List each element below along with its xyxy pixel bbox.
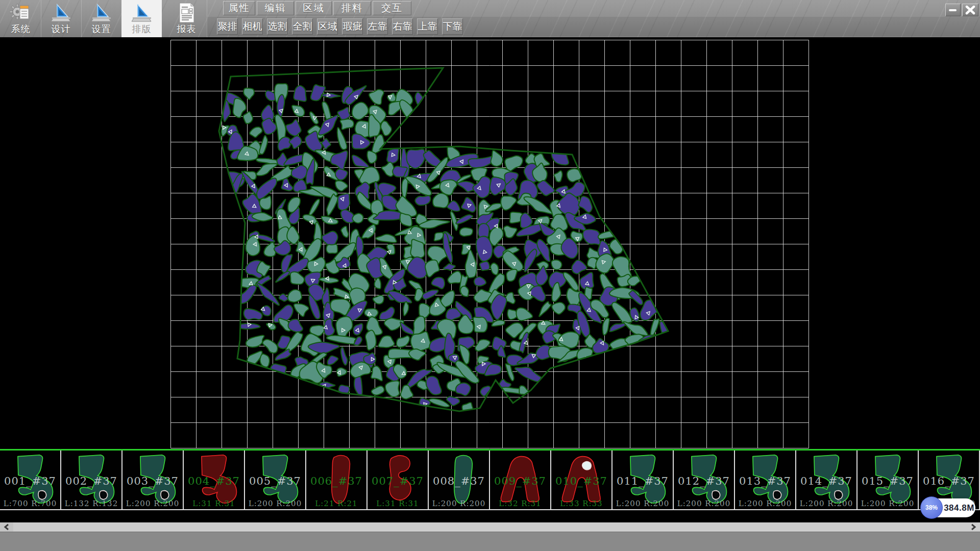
scroll-left-button[interactable]	[0, 522, 13, 532]
piece-thumbnail	[308, 452, 365, 508]
piece-thumbnail	[737, 452, 794, 508]
menu-region[interactable]: 区域	[296, 1, 332, 15]
ruler-icon	[131, 2, 153, 24]
menu-row2: 聚排相机选割全割区域瑕疵左靠右靠上靠下靠	[217, 18, 463, 35]
piece-thumbnail	[553, 452, 610, 508]
progress-percent: 38%	[925, 504, 938, 511]
toolbtn-align-bottom[interactable]: 下靠	[442, 18, 463, 35]
toolbtn-align-right[interactable]: 右靠	[392, 18, 413, 35]
toolbtn-camera[interactable]: 相机	[242, 18, 263, 35]
piece-thumbnail	[492, 452, 549, 508]
app-button-design[interactable]: 设计	[41, 0, 82, 37]
app-button-settings[interactable]: 设置	[81, 0, 122, 37]
toolbtn-area[interactable]: 区域	[317, 18, 338, 35]
progress-circle: 38%	[920, 496, 943, 519]
film-item-004_#37[interactable]: 004_#37L:31 R:31	[184, 450, 245, 510]
piece-thumbnail	[63, 452, 120, 508]
app-button-layout[interactable]: 排版	[121, 0, 162, 37]
film-item-001_#37[interactable]: 001_#37L:700 R:700	[0, 450, 61, 510]
piece-thumbnail	[860, 452, 917, 508]
ruler-icon	[50, 2, 72, 24]
close-button[interactable]	[962, 4, 978, 16]
piece-thumbnail	[431, 452, 488, 508]
footer-bar	[0, 532, 980, 551]
film-item-005_#37[interactable]: 005_#37L:200 R:200	[245, 450, 306, 510]
toolbtn-cut-selected[interactable]: 选割	[267, 18, 288, 35]
film-item-014_#37[interactable]: 014_#37L:200 R:200	[796, 450, 857, 510]
toolbtn-cluster-nest[interactable]: 聚排	[217, 18, 238, 35]
memory-value: 384.8M	[946, 498, 972, 517]
menu-interact[interactable]: 交互	[373, 1, 411, 15]
piece-thumbnail	[676, 452, 733, 508]
app-button-label: 报表	[166, 23, 207, 35]
chevron-right-icon	[970, 523, 976, 531]
status-pill[interactable]: 38% 384.8M	[922, 498, 975, 517]
close-icon	[965, 6, 976, 15]
film-item-012_#37[interactable]: 012_#37L:200 R:200	[674, 450, 735, 510]
horizontal-scrollbar[interactable]	[0, 522, 980, 532]
film-item-009_#37[interactable]: 009_#37L:32 R:31	[490, 450, 551, 510]
app-button-report[interactable]: 报表	[166, 0, 207, 37]
piece-thumbnail	[125, 452, 182, 508]
toolbtn-cut-all[interactable]: 全割	[292, 18, 313, 35]
film-item-015_#37[interactable]: 015_#37L:200 R:200	[857, 450, 919, 510]
film-item-013_#37[interactable]: 013_#37L:200 R:200	[735, 450, 796, 510]
report-icon	[176, 2, 198, 24]
app-button-label: 排版	[121, 23, 162, 35]
app-button-system[interactable]: 系统	[1, 0, 41, 37]
menu-properties[interactable]: 属性	[223, 1, 255, 15]
toolbtn-align-left[interactable]: 左靠	[367, 18, 388, 35]
app-button-label: 系统	[1, 23, 41, 35]
film-item-010_#37[interactable]: 010_#37L:33 R:33	[551, 450, 612, 510]
minimize-button[interactable]	[945, 4, 961, 16]
piece-thumbnail	[798, 452, 855, 508]
nesting-canvas[interactable]	[0, 37, 980, 449]
app-button-label: 设置	[81, 23, 121, 35]
ruler-icon	[90, 2, 113, 24]
menu-edit[interactable]: 编辑	[257, 1, 294, 15]
scroll-right-button[interactable]	[967, 522, 980, 532]
gear-icon	[10, 2, 32, 24]
film-item-007_#37[interactable]: 007_#37L:31 R:31	[368, 450, 429, 510]
minimize-icon	[948, 7, 958, 14]
toolbtn-align-top[interactable]: 上靠	[417, 18, 438, 35]
film-item-008_#37[interactable]: 008_#37L:200 R:200	[429, 450, 490, 510]
film-item-006_#37[interactable]: 006_#37L:21 R:21	[306, 450, 368, 510]
film-strip: 001_#37L:700 R:700002_#37L:132 R:132003_…	[0, 450, 980, 510]
toolbtn-defect[interactable]: 瑕疵	[342, 18, 363, 35]
piece-thumbnail	[370, 452, 427, 508]
piece-thumbnail	[186, 452, 243, 508]
piece-thumbnail	[615, 452, 672, 508]
titlebar: 系统设计设置排版报表 属性编辑区域排料交互 聚排相机选割全割区域瑕疵左靠右靠上靠…	[0, 0, 980, 37]
film-item-011_#37[interactable]: 011_#37L:200 R:200	[612, 450, 674, 510]
app-button-label: 设计	[41, 23, 81, 35]
film-item-003_#37[interactable]: 003_#37L:200 R:200	[122, 450, 184, 510]
piece-thumbnail	[2, 452, 59, 508]
film-item-002_#37[interactable]: 002_#37L:132 R:132	[61, 450, 122, 510]
menu-nesting[interactable]: 排料	[333, 1, 371, 15]
piece-thumbnail	[247, 452, 304, 508]
menu-row1: 属性编辑区域排料交互	[223, 1, 411, 15]
main-viewport	[0, 37, 980, 449]
chevron-left-icon	[4, 523, 10, 531]
